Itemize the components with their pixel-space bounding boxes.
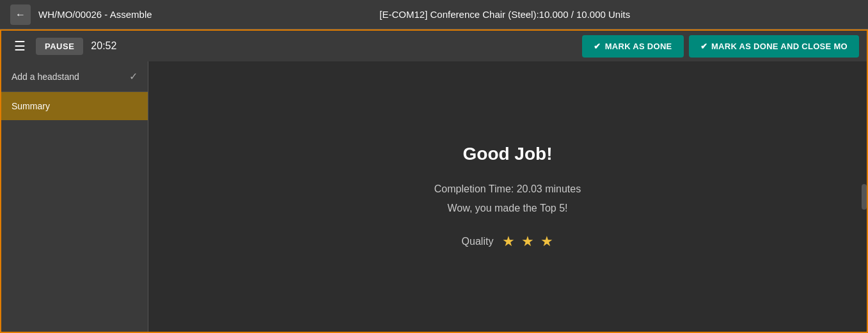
back-button[interactable]: ← xyxy=(10,4,31,25)
quality-row: Quality ★ ★ ★ xyxy=(462,233,554,250)
header-center-info: [E-COM12] Conference Chair (Steel):10.00… xyxy=(152,9,858,20)
completion-time: Completion Time: 20.03 minutes xyxy=(434,183,581,195)
hamburger-icon: ☰ xyxy=(14,38,26,54)
mark-done-button[interactable]: ✔ MARK AS DONE xyxy=(582,35,683,58)
star-3: ★ xyxy=(541,233,553,250)
check-icon-done-close: ✔ xyxy=(700,42,707,51)
toolbar: ☰ PAUSE 20:52 ✔ MARK AS DONE ✔ MARK AS D… xyxy=(0,29,868,61)
timer-display: 20:52 xyxy=(91,40,116,52)
menu-button[interactable]: ☰ xyxy=(9,36,31,56)
back-icon: ← xyxy=(15,9,26,20)
star-1: ★ xyxy=(502,233,515,250)
main-area: Add a headstand ✓ Summary Good Job! Comp… xyxy=(0,61,868,333)
top-header: ← WH/MO/00026 - Assemble [E-COM12] Confe… xyxy=(0,0,868,29)
sidebar-item-summary-label: Summary xyxy=(12,101,50,111)
top5-text: Wow, you made the Top 5! xyxy=(448,203,568,214)
mark-done-close-button[interactable]: ✔ MARK AS DONE AND CLOSE MO xyxy=(689,35,859,58)
good-job-title: Good Job! xyxy=(463,144,553,164)
sidebar-item-summary[interactable]: Summary xyxy=(1,92,148,120)
sidebar-item-headstand[interactable]: Add a headstand ✓ xyxy=(1,61,148,92)
sidebar: Add a headstand ✓ Summary xyxy=(1,61,148,332)
page-title: WH/MO/00026 - Assemble xyxy=(38,9,152,20)
pause-button[interactable]: PAUSE xyxy=(36,38,83,55)
mark-done-label: MARK AS DONE xyxy=(605,42,672,51)
scroll-indicator xyxy=(862,184,867,210)
content-panel: Good Job! Completion Time: 20.03 minutes… xyxy=(148,61,867,332)
star-2: ★ xyxy=(521,233,534,250)
quality-label: Quality xyxy=(462,236,494,247)
sidebar-item-headstand-label: Add a headstand xyxy=(12,72,79,82)
checkmark-icon: ✓ xyxy=(129,70,138,82)
mark-done-close-label: MARK AS DONE AND CLOSE MO xyxy=(711,42,848,51)
check-icon-done: ✔ xyxy=(594,42,601,51)
